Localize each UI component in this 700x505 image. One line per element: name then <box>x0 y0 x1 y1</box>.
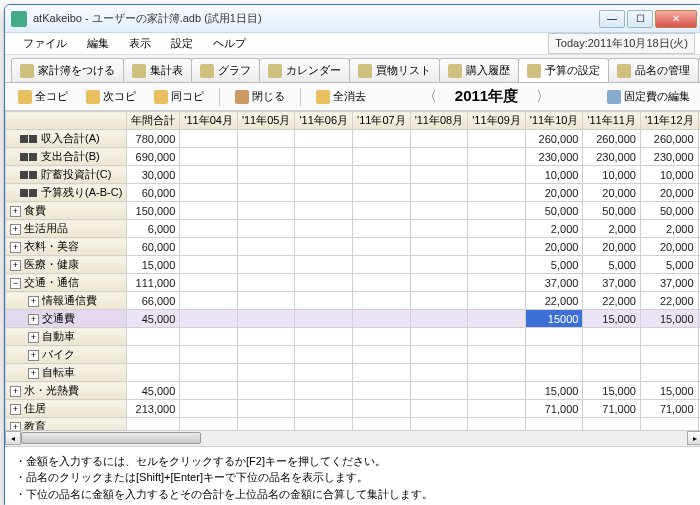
scroll-right-button[interactable]: ▸ <box>687 431 700 445</box>
close-panel-button[interactable]: 閉じる <box>228 86 292 107</box>
cell[interactable]: 20,000 <box>525 238 583 256</box>
cell[interactable] <box>237 346 295 364</box>
row-header[interactable]: 予算残り(A-B-C) <box>6 184 127 202</box>
expand-toggle[interactable]: + <box>28 332 39 343</box>
cell[interactable] <box>180 346 238 364</box>
cell[interactable] <box>180 382 238 400</box>
cell[interactable] <box>295 166 353 184</box>
cell[interactable] <box>468 256 526 274</box>
cell[interactable]: 71,000 <box>525 400 583 418</box>
row-header[interactable]: +情報通信費 <box>6 292 127 310</box>
cell[interactable]: 30,000 <box>127 166 180 184</box>
cell[interactable]: 45,000 <box>127 382 180 400</box>
cell[interactable] <box>180 238 238 256</box>
cell[interactable] <box>410 400 468 418</box>
cell[interactable] <box>295 238 353 256</box>
cell[interactable] <box>127 346 180 364</box>
expand-toggle[interactable]: + <box>28 368 39 379</box>
menu-1[interactable]: 編集 <box>77 34 119 53</box>
row-header[interactable]: +教育 <box>6 418 127 430</box>
cell[interactable] <box>410 130 468 148</box>
row-header[interactable]: −交通・通信 <box>6 274 127 292</box>
cell[interactable] <box>237 166 295 184</box>
cell[interactable]: 15,000 <box>525 382 583 400</box>
col-header[interactable]: '11年05月 <box>237 112 295 130</box>
cell[interactable]: 230,000 <box>583 148 641 166</box>
cell[interactable]: 15000 <box>525 310 583 328</box>
cell[interactable]: 213,000 <box>127 400 180 418</box>
cell[interactable]: 6,000 <box>127 220 180 238</box>
cell[interactable]: 37,000 <box>583 274 641 292</box>
cell[interactable] <box>180 148 238 166</box>
cell[interactable] <box>353 130 411 148</box>
cell[interactable]: 71,000 <box>640 400 698 418</box>
cell[interactable] <box>353 256 411 274</box>
cell[interactable] <box>525 364 583 382</box>
cell[interactable] <box>237 310 295 328</box>
expand-toggle[interactable]: + <box>28 350 39 361</box>
cell[interactable] <box>353 220 411 238</box>
row-header[interactable]: +医療・健康 <box>6 256 127 274</box>
row-header[interactable]: 支出合計(B) <box>6 148 127 166</box>
cell[interactable] <box>295 220 353 238</box>
cell[interactable]: 2,000 <box>525 220 583 238</box>
cell[interactable]: 15,000 <box>640 310 698 328</box>
row-header[interactable]: +住居 <box>6 400 127 418</box>
expand-toggle[interactable]: + <box>10 242 21 253</box>
cell[interactable] <box>180 310 238 328</box>
cell[interactable]: 15,000 <box>583 310 641 328</box>
cell[interactable] <box>468 238 526 256</box>
cell[interactable]: 15,000 <box>127 256 180 274</box>
expand-toggle[interactable]: + <box>28 296 39 307</box>
cell[interactable] <box>180 274 238 292</box>
row-header[interactable]: 貯蓄投資計(C) <box>6 166 127 184</box>
cell[interactable] <box>295 400 353 418</box>
cell[interactable] <box>353 400 411 418</box>
cell[interactable]: 20,000 <box>583 184 641 202</box>
col-header[interactable]: '11年07月 <box>353 112 411 130</box>
expand-toggle[interactable]: − <box>10 278 21 289</box>
col-header[interactable] <box>6 112 127 130</box>
cell[interactable] <box>237 292 295 310</box>
copy-next-button[interactable]: 次コピ <box>79 86 143 107</box>
row-header[interactable]: +バイク <box>6 346 127 364</box>
col-header[interactable]: '11年08月 <box>410 112 468 130</box>
tab-2[interactable]: グラフ <box>191 58 260 82</box>
cell[interactable] <box>295 328 353 346</box>
maximize-button[interactable]: ☐ <box>627 10 653 28</box>
budget-grid[interactable]: 年間合計'11年04月'11年05月'11年06月'11年07月'11年08月'… <box>5 111 700 430</box>
cell[interactable] <box>353 166 411 184</box>
cell[interactable] <box>353 328 411 346</box>
tab-3[interactable]: カレンダー <box>259 58 350 82</box>
cell[interactable] <box>237 238 295 256</box>
cell[interactable]: 22,000 <box>525 292 583 310</box>
cell[interactable] <box>180 400 238 418</box>
cell[interactable] <box>127 328 180 346</box>
cell[interactable] <box>353 364 411 382</box>
cell[interactable] <box>237 184 295 202</box>
tab-1[interactable]: 集計表 <box>123 58 192 82</box>
menu-0[interactable]: ファイル <box>13 34 77 53</box>
row-header[interactable]: +自転車 <box>6 364 127 382</box>
cell[interactable]: 230,000 <box>640 148 698 166</box>
row-header[interactable]: +衣料・美容 <box>6 238 127 256</box>
expand-toggle[interactable]: + <box>10 386 21 397</box>
cell[interactable] <box>353 418 411 430</box>
cell[interactable] <box>410 274 468 292</box>
cell[interactable] <box>237 130 295 148</box>
cell[interactable]: 690,000 <box>127 148 180 166</box>
cell[interactable]: 15,000 <box>583 382 641 400</box>
cell[interactable] <box>410 310 468 328</box>
cell[interactable] <box>180 130 238 148</box>
expand-toggle[interactable]: + <box>28 314 39 325</box>
cell[interactable] <box>468 418 526 430</box>
cell[interactable]: 2,000 <box>583 220 641 238</box>
cell[interactable]: 50,000 <box>525 202 583 220</box>
cell[interactable]: 60,000 <box>127 184 180 202</box>
cell[interactable] <box>353 346 411 364</box>
cell[interactable] <box>468 184 526 202</box>
expand-toggle[interactable]: + <box>10 260 21 271</box>
expand-toggle[interactable]: + <box>10 422 21 430</box>
cell[interactable] <box>410 364 468 382</box>
cell[interactable] <box>353 184 411 202</box>
